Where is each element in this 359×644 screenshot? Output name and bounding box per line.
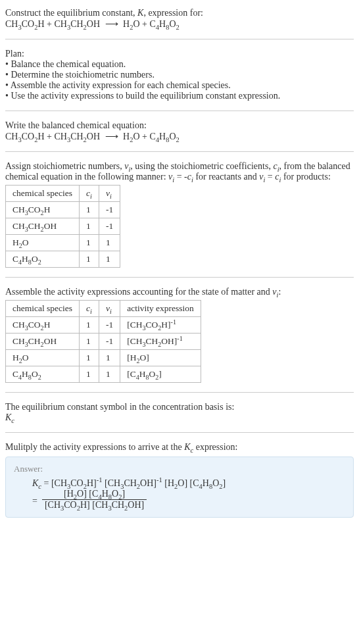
- table-header: chemical species: [6, 186, 80, 202]
- table-header: ci: [80, 186, 99, 202]
- table-row: H2O 1 1 [H2O]: [6, 350, 201, 366]
- table-header: νi: [99, 186, 120, 202]
- table-cell: 1: [80, 251, 99, 268]
- symbol: Kc: [5, 412, 354, 423]
- table-cell: -1: [99, 334, 120, 350]
- table-cell: 1: [80, 202, 99, 218]
- plan-item: • Use the activity expressions to build …: [5, 91, 354, 101]
- table-row: C4H8O2 1 1: [6, 251, 120, 268]
- table-cell: 1: [80, 334, 99, 350]
- divider: [5, 392, 354, 393]
- table-cell: [CH3CO2H]-1: [120, 317, 201, 334]
- plan-item: • Assemble the activity expression for e…: [5, 80, 354, 91]
- stoich-intro: Assign stoichiometric numbers, νi, using…: [5, 161, 354, 182]
- table-cell: 1: [80, 235, 99, 251]
- table-cell: C4H8O2: [6, 251, 80, 268]
- table-cell: 1: [99, 350, 120, 366]
- answer-expression: Kc = [CH3CO2H]-1 [CH3CH2OH]-1 [H2O] [C4H…: [14, 478, 345, 510]
- activity-intro: Assemble the activity expressions accoun…: [5, 287, 354, 297]
- answer-fraction: [H2O] [C4H8O2] [CH3CO2H] [CH3CH2OH]: [42, 489, 147, 510]
- balanced-heading: Write the balanced chemical equation:: [5, 120, 354, 131]
- answer-label: Answer:: [14, 464, 345, 474]
- stoich-table: chemical species ci νi CH3CO2H 1 -1 CH3C…: [5, 185, 120, 268]
- table-header: chemical species: [6, 301, 80, 317]
- activity-table: chemical species ci νi activity expressi…: [5, 300, 201, 383]
- balanced-section: Write the balanced chemical equation: CH…: [5, 118, 354, 145]
- table-cell: 1: [80, 350, 99, 366]
- table-header: activity expression: [120, 301, 201, 317]
- table-cell: CH3CH2OH: [6, 334, 80, 350]
- divider: [5, 39, 354, 39]
- table-row: C4H8O2 1 1 [C4H8O2]: [6, 366, 201, 383]
- table-cell: 1: [80, 317, 99, 334]
- plan-item: • Determine the stoichiometric numbers.: [5, 70, 354, 80]
- fraction-denominator: [CH3CO2H] [CH3CH2OH]: [42, 500, 147, 510]
- table-row: CH3CO2H 1 -1: [6, 202, 120, 218]
- table-row: CH3CH2OH 1 -1: [6, 218, 120, 235]
- table-cell: C4H8O2: [6, 366, 80, 383]
- intro-section: Construct the equilibrium constant, K, e…: [5, 5, 354, 32]
- divider: [5, 277, 354, 278]
- divider: [5, 432, 354, 433]
- multiply-intro: Mulitply the activity expressions to arr…: [5, 442, 354, 453]
- stoich-section: Assign stoichiometric numbers, νi, using…: [5, 159, 354, 270]
- table-cell: [CH3CH2OH]-1: [120, 334, 201, 350]
- table-cell: CH3CH2OH: [6, 218, 80, 235]
- table-header: ci: [80, 301, 99, 317]
- plan-item: • Balance the chemical equation.: [5, 59, 354, 70]
- symbol-section: The equilibrium constant symbol in the c…: [5, 399, 354, 426]
- table-cell: [H2O]: [120, 350, 201, 366]
- table-cell: [C4H8O2]: [120, 366, 201, 383]
- plan-heading: Plan:: [5, 49, 354, 59]
- plan-section: Plan: • Balance the chemical equation. •…: [5, 46, 354, 104]
- divider: [5, 111, 354, 111]
- table-cell: CH3CO2H: [6, 317, 80, 334]
- multiply-section: Mulitply the activity expressions to arr…: [5, 439, 354, 520]
- table-row: CH3CH2OH 1 -1 [CH3CH2OH]-1: [6, 334, 201, 350]
- table-header: νi: [99, 301, 120, 317]
- table-cell: H2O: [6, 350, 80, 366]
- table-header-row: chemical species ci νi: [6, 186, 120, 202]
- table-cell: 1: [99, 366, 120, 383]
- table-cell: -1: [99, 218, 120, 235]
- answer-box: Answer: Kc = [CH3CO2H]-1 [CH3CH2OH]-1 [H…: [5, 457, 354, 518]
- table-cell: 1: [99, 235, 120, 251]
- symbol-intro: The equilibrium constant symbol in the c…: [5, 402, 354, 412]
- table-cell: -1: [99, 202, 120, 218]
- balanced-equation: CH3CO2H + CH3CH2OH ⟶ H2O + C4H8O2: [5, 131, 354, 142]
- table-cell: CH3CO2H: [6, 202, 80, 218]
- intro-equation: CH3CO2H + CH3CH2OH ⟶ H2O + C4H8O2: [5, 18, 354, 30]
- table-cell: 1: [80, 366, 99, 383]
- table-cell: H2O: [6, 235, 80, 251]
- table-cell: 1: [99, 251, 120, 268]
- divider: [5, 151, 354, 152]
- intro-line1: Construct the equilibrium constant, K, e…: [5, 8, 354, 18]
- table-row: H2O 1 1: [6, 235, 120, 251]
- table-cell: -1: [99, 317, 120, 334]
- table-header-row: chemical species ci νi activity expressi…: [6, 301, 201, 317]
- activity-section: Assemble the activity expressions accoun…: [5, 284, 354, 385]
- table-row: CH3CO2H 1 -1 [CH3CO2H]-1: [6, 317, 201, 334]
- fraction-numerator: [H2O] [C4H8O2]: [42, 489, 147, 500]
- table-cell: 1: [80, 218, 99, 235]
